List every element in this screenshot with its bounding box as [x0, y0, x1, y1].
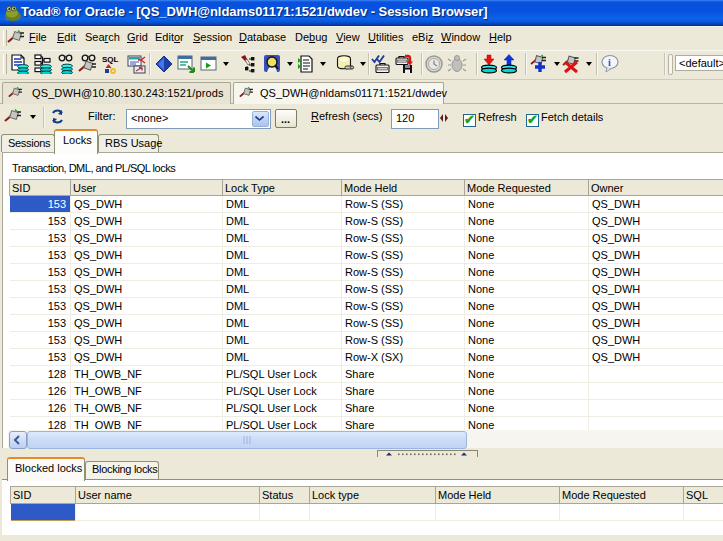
svg-text:i: i [608, 57, 611, 68]
svg-text:SQL: SQL [102, 55, 119, 64]
